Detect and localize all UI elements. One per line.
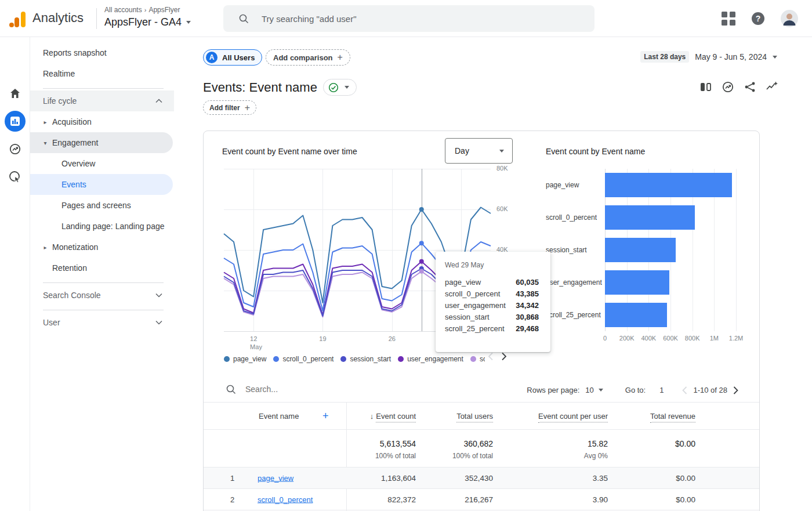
tooltip-row: session_start30,868	[445, 311, 539, 323]
table-search[interactable]	[226, 384, 361, 394]
sidebar-divider	[43, 88, 164, 89]
expand-triangle-icon: ▸	[38, 244, 52, 251]
gridline	[736, 169, 737, 331]
totals-per-user-sub: Avg 0%	[584, 452, 608, 460]
next-page-icon[interactable]	[733, 386, 738, 394]
table-row: 1page_view1,163,604352,4303.35$0.00	[204, 467, 759, 489]
column-header-event-count-per-user[interactable]: Event count per user	[538, 412, 608, 421]
legend-item[interactable]: user_engagement	[398, 355, 463, 363]
totals-total-users-sub: 100% of total	[452, 452, 493, 460]
insights-circle-icon[interactable]	[721, 80, 735, 94]
legend-item[interactable]: page_view	[224, 355, 266, 363]
prev-page-icon[interactable]	[682, 386, 687, 394]
sidebar-section-user[interactable]: User	[30, 312, 174, 333]
analytics-logo-icon[interactable]	[8, 10, 27, 28]
events-table: Event name + ↓Event count Total users Ev…	[204, 403, 759, 510]
bar-scroll_0_percent	[605, 205, 695, 230]
legend-next-icon[interactable]	[501, 352, 507, 361]
cell-total-users: 216,267	[465, 495, 493, 504]
goto-label: Go to:	[625, 386, 646, 394]
y-axis-tick-label: 80K	[496, 165, 520, 172]
help-icon[interactable]: ?	[752, 12, 764, 25]
event-name-link[interactable]: scroll_0_percent	[258, 495, 313, 504]
totals-event-count: 5,613,554	[380, 439, 416, 448]
breadcrumb-root[interactable]: All accounts	[104, 6, 142, 14]
report-status-pill[interactable]	[323, 79, 357, 96]
legend-item[interactable]: scroll_25_percent	[470, 355, 485, 363]
sidebar-item-landing-page[interactable]: Landing page: Landing page	[30, 216, 174, 237]
sidebar-item-overview[interactable]: Overview	[30, 153, 174, 174]
date-range-picker[interactable]: Last 28 days May 9 - Jun 5, 2024	[640, 51, 777, 63]
sidebar-item-realtime[interactable]: Realtime	[30, 63, 174, 84]
cell-revenue: $0.00	[676, 495, 695, 504]
reports-icon[interactable]	[5, 111, 26, 132]
cell-event-count: 1,163,604	[381, 474, 416, 483]
legend-prev-icon[interactable]	[488, 352, 494, 361]
property-name: AppsFlyer - GA4	[104, 16, 182, 28]
hover-point-scroll_25_percent	[419, 269, 424, 274]
sidebar-section-search-console[interactable]: Search Console	[30, 285, 174, 306]
home-icon[interactable]	[8, 86, 22, 100]
sidebar-item-events[interactable]: Events	[30, 174, 173, 195]
share-icon[interactable]	[743, 80, 757, 94]
goto-page-input[interactable]: 1	[659, 386, 664, 394]
column-header-total-users[interactable]: Total users	[456, 412, 493, 421]
bar-category-label: scroll_0_percent	[546, 201, 603, 234]
apps-grid-icon[interactable]	[722, 12, 735, 26]
granularity-select[interactable]: Day	[445, 138, 513, 164]
tooltip-row: scroll_0_percent43,385	[445, 288, 539, 300]
date-range-label: May 9 - Jun 5, 2024	[695, 52, 767, 61]
explore-icon[interactable]	[8, 142, 22, 156]
breadcrumb-chevron: ›	[144, 6, 147, 13]
insights-sparkle-icon[interactable]	[765, 80, 779, 94]
sidebar-item-pages-and-screens[interactable]: Pages and screens	[30, 195, 174, 216]
main-content: A All Users Add comparison+ Last 28 days…	[174, 37, 812, 511]
sidebar-item-retention[interactable]: Retention	[30, 258, 174, 278]
line-chart-title: Event count by Event name over time	[222, 147, 357, 156]
add-filter-button[interactable]: Add filter+	[203, 100, 256, 115]
cell-per-user: 3.35	[593, 474, 608, 483]
chevron-down-icon	[499, 150, 504, 153]
bar-scroll_25_percent	[605, 303, 667, 327]
legend-item[interactable]: session_start	[340, 355, 391, 363]
sidebar-section-life-cycle[interactable]: Life cycle	[30, 90, 174, 111]
sidebar-item-monetization[interactable]: ▸Monetization	[30, 237, 174, 258]
column-header-total-revenue[interactable]: Total revenue	[650, 412, 695, 421]
breadcrumb[interactable]: All accounts›AppsFlyer	[104, 6, 180, 14]
all-users-chip[interactable]: A All Users	[203, 49, 262, 66]
advertising-icon[interactable]	[8, 170, 22, 184]
chart-legend: page_viewscroll_0_percentsession_startus…	[224, 353, 485, 365]
chevron-down-icon	[186, 21, 191, 24]
column-header-event-name[interactable]: Event name	[259, 412, 299, 421]
totals-total-users: 360,682	[463, 439, 493, 448]
sidebar-item-reports-snapshot[interactable]: Reports snapshot	[30, 42, 174, 63]
add-column-icon[interactable]: +	[322, 410, 329, 422]
compare-icon[interactable]	[699, 80, 713, 94]
x-axis-tick-label: 12May	[250, 335, 273, 351]
legend-dot	[273, 356, 279, 362]
legend-dot	[470, 356, 476, 362]
table-search-input[interactable]	[245, 385, 361, 394]
legend-item[interactable]: scroll_0_percent	[273, 355, 334, 363]
sidebar-item-acquisition[interactable]: ▸Acquisition	[30, 111, 174, 132]
event-name-link[interactable]: page_view	[258, 474, 293, 483]
tooltip-row: scroll_25_percent29,468	[445, 323, 539, 335]
header-divider	[96, 8, 97, 29]
cell-total-users: 352,430	[465, 474, 493, 483]
bar-session_start	[605, 238, 676, 262]
search-icon	[226, 384, 236, 394]
sidebar-item-engagement[interactable]: ▾Engagement	[30, 132, 173, 153]
add-comparison-button[interactable]: Add comparison+	[266, 49, 350, 66]
global-search[interactable]	[223, 5, 594, 32]
rows-per-page-select[interactable]: 10	[585, 386, 603, 394]
chevron-down-icon	[155, 320, 162, 325]
tooltip-row: user_engagement34,342	[445, 300, 539, 311]
global-search-input[interactable]	[262, 14, 552, 24]
avatar[interactable]	[781, 10, 798, 27]
breadcrumb-current[interactable]: AppsFlyer	[148, 6, 180, 14]
column-header-event-count[interactable]: ↓Event count	[370, 412, 416, 421]
top-bar: Analytics All accounts›AppsFlyer AppsFly…	[0, 0, 812, 37]
property-selector[interactable]: AppsFlyer - GA4	[104, 16, 191, 28]
legend-dot	[398, 356, 404, 362]
report-card: Event count by Event name over time Day …	[203, 131, 760, 511]
